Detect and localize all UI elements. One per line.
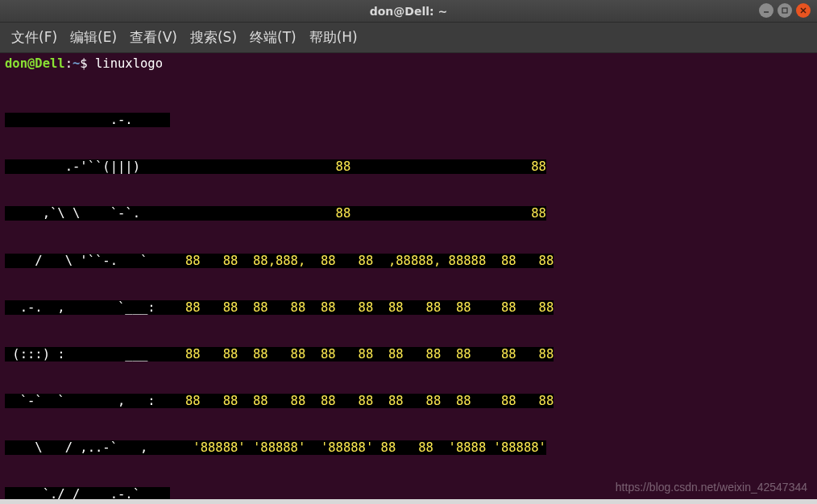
txt-l3: 88 88: [170, 206, 546, 221]
window-controls: [759, 3, 811, 18]
command-text: linuxlogo: [95, 56, 163, 71]
txt-l4: 88 88 88,888, 88 88 ,88888, 88888 88 88: [170, 254, 554, 268]
menu-edit[interactable]: 编辑(E): [65, 25, 122, 50]
menu-view[interactable]: 查看(V): [125, 25, 182, 50]
tux-l3: ,`\ \ `-`.: [5, 206, 170, 221]
menu-help[interactable]: 帮助(H): [305, 25, 363, 50]
prompt-path: ~: [73, 56, 80, 71]
svg-rect-1: [782, 8, 787, 13]
tux-l8: \ / ,..-` ,: [5, 440, 170, 455]
minimize-button[interactable]: [759, 3, 773, 18]
tux-l6: (:::) : ___: [5, 347, 170, 361]
ascii-logo: .-. .-'``(|||) 88 88 ,`\ \ `-`. 88 88 / …: [5, 81, 812, 499]
watermark: https://blog.csdn.net/weixin_42547344: [616, 481, 807, 495]
title-bar[interactable]: don@Dell: ~: [0, 0, 817, 23]
close-button[interactable]: [796, 3, 811, 18]
prompt-user-host: don@Dell: [5, 56, 65, 71]
tux-l2: .-'``(|||): [5, 159, 170, 174]
menu-terminal[interactable]: 终端(T): [245, 25, 301, 50]
tux-l1: .-.: [5, 113, 170, 127]
window-title: don@Dell: ~: [370, 5, 448, 18]
tux-l7: `-` ` , :: [5, 394, 170, 408]
menu-file[interactable]: 文件(F): [6, 25, 62, 50]
tux-l9: `./ / .-.`: [5, 487, 170, 499]
txt-l7: 88 88 88 88 88 88 88 88 88 88 88: [170, 394, 554, 408]
bottom-border: [0, 499, 817, 504]
terminal-body[interactable]: don@Dell:~$ linuxlogo .-. .-'``(|||) 88 …: [0, 53, 817, 499]
tux-l5: .-. , `___:: [5, 300, 170, 315]
txt-l5: 88 88 88 88 88 88 88 88 88 88 88: [170, 300, 554, 315]
txt-l8: '88888' '88888' '88888' 88 88 '8888 '888…: [170, 440, 546, 455]
prompt-sep: :: [65, 56, 73, 71]
terminal-window: don@Dell: ~ 文件(F) 编辑(E) 查看(V) 搜索(S) 终端(T…: [0, 0, 817, 504]
txt-l6: 88 88 88 88 88 88 88 88 88 88 88: [170, 347, 554, 361]
menu-search[interactable]: 搜索(S): [185, 25, 242, 50]
tux-l4: / \ '``-. `: [5, 254, 170, 268]
menu-bar: 文件(F) 编辑(E) 查看(V) 搜索(S) 终端(T) 帮助(H): [0, 23, 817, 53]
prompt-dollar: $: [80, 56, 87, 71]
prompt-line-1: don@Dell:~$ linuxlogo: [5, 56, 812, 72]
maximize-button[interactable]: [778, 3, 792, 18]
txt-l2: 88 88: [170, 159, 546, 174]
